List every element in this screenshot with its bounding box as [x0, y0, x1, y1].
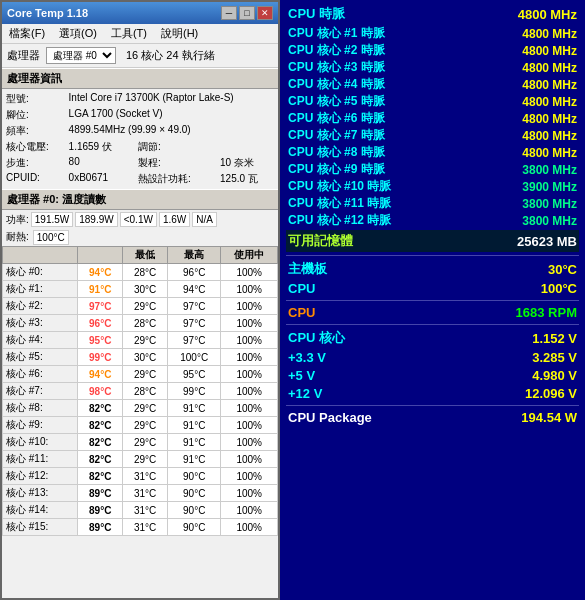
core-clock-row: CPU 核心 #6 時脈 4800 MHz: [286, 110, 579, 127]
core-usage: 100%: [221, 298, 278, 315]
divider-4: [286, 405, 579, 406]
core-name: 核心 #14:: [3, 502, 78, 519]
core-name: 核心 #15:: [3, 519, 78, 536]
core-clock-label: CPU 核心 #6 時脈: [288, 110, 385, 127]
table-row: 核心 #13: 89°C 31°C 90°C 100%: [3, 485, 278, 502]
core-clock-row: CPU 核心 #9 時脈 3800 MHz: [286, 161, 579, 178]
core-max-temp: 97°C: [168, 332, 221, 349]
core-clock-row: CPU 核心 #8 時脈 4800 MHz: [286, 144, 579, 161]
core-current-temp: 89°C: [78, 485, 123, 502]
table-row: 核心 #9: 82°C 29°C 91°C 100%: [3, 417, 278, 434]
voltage-label: 核心電壓:: [2, 139, 65, 155]
table-row: 核心 #6: 94°C 29°C 95°C 100%: [3, 366, 278, 383]
core-min-temp: 29°C: [123, 417, 168, 434]
main-content: 處理器資訊 型號: Intel Core i7 13700K (Raptor L…: [2, 68, 278, 598]
core-current-temp: 98°C: [78, 383, 123, 400]
divider-1: [286, 255, 579, 256]
core-name: 核心 #2:: [3, 298, 78, 315]
model-value: Intel Core i7 13700K (Raptor Lake-S): [65, 91, 278, 107]
tdp-value: 125.0 瓦: [216, 171, 278, 187]
menu-tools[interactable]: 工具(T): [108, 26, 150, 41]
core-usage: 100%: [221, 434, 278, 451]
core-name: 核心 #10:: [3, 434, 78, 451]
core-max-temp: 90°C: [168, 502, 221, 519]
minimize-button[interactable]: ─: [221, 6, 237, 20]
core-max-temp: 95°C: [168, 366, 221, 383]
process-label: 製程:: [134, 155, 216, 171]
core-usage: 100%: [221, 468, 278, 485]
tj-row: 耐熱: 100°C: [2, 229, 278, 246]
close-button[interactable]: ✕: [257, 6, 273, 20]
core-name: 核心 #13:: [3, 485, 78, 502]
core-min-temp: 29°C: [123, 434, 168, 451]
table-row: 核心 #10: 82°C 29°C 91°C 100%: [3, 434, 278, 451]
table-row: 核心 #7: 98°C 28°C 99°C 100%: [3, 383, 278, 400]
menu-file[interactable]: 檔案(F): [6, 26, 48, 41]
col-usage: 使用中: [221, 247, 278, 264]
freq-label: 頻率:: [2, 123, 65, 139]
core-name: 核心 #8:: [3, 400, 78, 417]
cpu-clock-label: CPU 時脈: [288, 5, 345, 23]
core-max-temp: 90°C: [168, 485, 221, 502]
menu-options[interactable]: 選項(O): [56, 26, 100, 41]
divider-3: [286, 324, 579, 325]
model-label: 型號:: [2, 91, 65, 107]
v12-row: +12 V 12.096 V: [286, 385, 579, 402]
core-current-temp: 82°C: [78, 400, 123, 417]
core-name: 核心 #6:: [3, 366, 78, 383]
power-val-3: 1.6W: [159, 212, 190, 227]
core-max-temp: 91°C: [168, 417, 221, 434]
table-row: 核心 #4: 95°C 29°C 97°C 100%: [3, 332, 278, 349]
core-max-temp: 91°C: [168, 400, 221, 417]
core-clock-value: 3900 MHz: [522, 180, 577, 194]
core-name: 核心 #1:: [3, 281, 78, 298]
table-row: 核心 #5: 99°C 30°C 100°C 100%: [3, 349, 278, 366]
core-name: 核心 #12:: [3, 468, 78, 485]
core-max-temp: 99°C: [168, 383, 221, 400]
core-clock-value: 4800 MHz: [522, 129, 577, 143]
table-row: 核心 #12: 82°C 31°C 90°C 100%: [3, 468, 278, 485]
core-clock-label: CPU 核心 #7 時脈: [288, 127, 385, 144]
core-max-temp: 97°C: [168, 315, 221, 332]
motherboard-value: 30°C: [548, 262, 577, 277]
core-clock-row: CPU 核心 #2 時脈 4800 MHz: [286, 42, 579, 59]
cpu-fan-label: CPU: [288, 305, 315, 320]
core-clock-row: CPU 核心 #3 時脈 4800 MHz: [286, 59, 579, 76]
table-row: 核心 #8: 82°C 29°C 91°C 100%: [3, 400, 278, 417]
process-value: 10 奈米: [216, 155, 278, 171]
core-usage: 100%: [221, 502, 278, 519]
freq-value: 4899.54MHz (99.99 × 49.0): [65, 123, 278, 139]
title-bar-controls: ─ □ ✕: [221, 6, 273, 20]
core-current-temp: 89°C: [78, 502, 123, 519]
core-min-temp: 31°C: [123, 468, 168, 485]
window-title: Core Temp 1.18: [7, 7, 88, 19]
core-usage: 100%: [221, 417, 278, 434]
table-row: 核心 #15: 89°C 31°C 90°C 100%: [3, 519, 278, 536]
core-min-temp: 28°C: [123, 315, 168, 332]
stepping-label: 步進:: [2, 155, 65, 171]
core-current-temp: 91°C: [78, 281, 123, 298]
table-row: 核心 #14: 89°C 31°C 90°C 100%: [3, 502, 278, 519]
cpu-fan-row: CPU 1683 RPM: [286, 304, 579, 321]
core-clock-label: CPU 核心 #4 時脈: [288, 76, 385, 93]
socket-value: LGA 1700 (Socket V): [65, 107, 278, 123]
processor-info-header: 處理器資訊: [2, 68, 278, 89]
v5-label: +5 V: [288, 368, 315, 383]
power-val-1: 189.9W: [75, 212, 117, 227]
core-min-temp: 28°C: [123, 264, 168, 281]
processor-select[interactable]: 處理器 #0: [46, 47, 116, 64]
v33-row: +3.3 V 3.285 V: [286, 349, 579, 366]
adjust-label: 調節:: [134, 139, 216, 155]
cpu-clock-value: 4800 MHz: [518, 7, 577, 22]
menu-help[interactable]: 說明(H): [158, 26, 201, 41]
core-usage: 100%: [221, 264, 278, 281]
core-usage: 100%: [221, 315, 278, 332]
core-clock-label: CPU 核心 #3 時脈: [288, 59, 385, 76]
maximize-button[interactable]: □: [239, 6, 255, 20]
core-max-temp: 91°C: [168, 434, 221, 451]
core-min-temp: 30°C: [123, 349, 168, 366]
core-max-temp: 96°C: [168, 264, 221, 281]
tdp-label: 熱設計功耗:: [134, 171, 216, 187]
memory-label: 可用記憶體: [288, 232, 353, 250]
core-min-temp: 29°C: [123, 400, 168, 417]
